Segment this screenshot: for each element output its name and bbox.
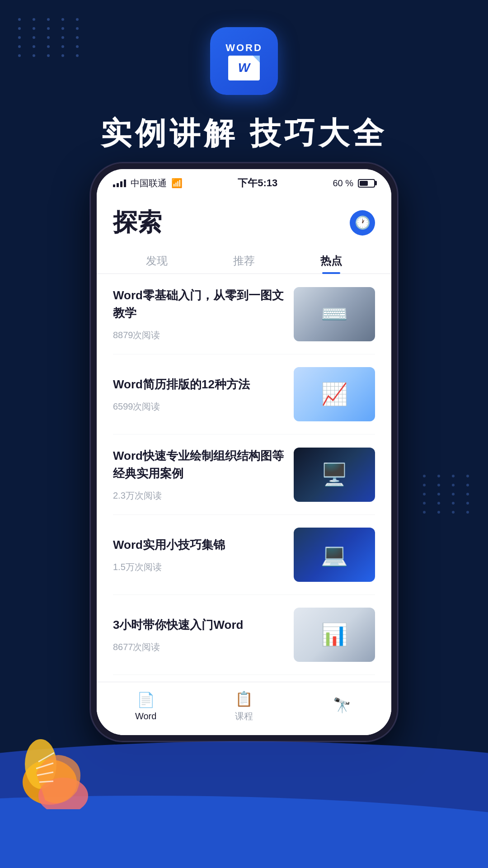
article-text-5: 3小时带你快速入门Word 8677次阅读 bbox=[113, 616, 285, 653]
phone-screen: 中国联通 📶 下午5:13 60 % 探索 🕐 bbox=[97, 169, 391, 735]
article-item-3[interactable]: Word快速专业绘制组织结构图等经典实用案例 2.3万次阅读 bbox=[113, 434, 375, 515]
phone-mockup: 中国联通 📶 下午5:13 60 % 探索 🕐 bbox=[90, 163, 398, 741]
tabs-row: 发现 推荐 热点 bbox=[97, 246, 391, 274]
nav-item-word[interactable]: 📄 Word bbox=[97, 691, 195, 722]
tab-discover[interactable]: 发现 bbox=[113, 246, 200, 274]
nav-item-course[interactable]: 📋 课程 bbox=[195, 690, 293, 722]
decorative-dots-top-left bbox=[18, 18, 84, 57]
article-title-5: 3小时带你快速入门Word bbox=[113, 616, 285, 634]
app-icon-letter: W bbox=[238, 61, 250, 75]
battery-icon bbox=[358, 179, 375, 188]
articles-list: Word零基础入门，从零到一图文教学 8879次阅读 Word简历排版的12种方… bbox=[97, 274, 391, 682]
nav-explore-icon: 🔭 bbox=[333, 697, 351, 714]
article-thumb-2 bbox=[294, 367, 375, 421]
bottom-nav: 📄 Word 📋 课程 🔭 bbox=[97, 682, 391, 735]
article-thumb-1 bbox=[294, 287, 375, 341]
page-title: 探索 bbox=[113, 206, 162, 239]
article-reads-1: 8879次阅读 bbox=[113, 329, 285, 341]
wifi-icon: 📶 bbox=[171, 178, 183, 189]
article-reads-2: 6599次阅读 bbox=[113, 401, 285, 413]
app-icon-doc: W bbox=[228, 56, 260, 80]
article-title-4: Word实用小技巧集锦 bbox=[113, 536, 285, 554]
page-header: 探索 🕐 bbox=[97, 193, 391, 246]
article-title-1: Word零基础入门，从零到一图文教学 bbox=[113, 287, 285, 322]
article-title-2: Word简历排版的12种方法 bbox=[113, 376, 285, 393]
article-text-4: Word实用小技巧集锦 1.5万次阅读 bbox=[113, 536, 285, 573]
article-item-1[interactable]: Word零基础入门，从零到一图文教学 8879次阅读 bbox=[113, 274, 375, 354]
app-icon: WORD W bbox=[210, 27, 278, 95]
article-title-3: Word快速专业绘制组织结构图等经典实用案例 bbox=[113, 447, 285, 482]
article-reads-5: 8677次阅读 bbox=[113, 641, 285, 653]
nav-item-explore[interactable]: 🔭 bbox=[293, 697, 391, 717]
status-right: 60 % bbox=[333, 178, 375, 189]
clock-icon: 🕐 bbox=[355, 215, 371, 230]
article-reads-3: 2.3万次阅读 bbox=[113, 490, 285, 502]
main-heading: 实例讲解 技巧大全 bbox=[0, 113, 488, 154]
content-area: 探索 🕐 发现 推荐 热点 bbox=[97, 193, 391, 735]
decorative-dots-right bbox=[423, 475, 474, 514]
article-reads-4: 1.5万次阅读 bbox=[113, 561, 285, 573]
status-time: 下午5:13 bbox=[238, 176, 277, 190]
status-bar: 中国联通 📶 下午5:13 60 % bbox=[97, 169, 391, 193]
nav-word-label: Word bbox=[135, 711, 156, 722]
article-item-2[interactable]: Word简历排版的12种方法 6599次阅读 bbox=[113, 354, 375, 434]
tab-recommend[interactable]: 推荐 bbox=[200, 246, 287, 274]
carrier-label: 中国联通 bbox=[131, 177, 167, 189]
nav-course-label: 课程 bbox=[235, 710, 253, 722]
phone-frame: 中国联通 📶 下午5:13 60 % 探索 🕐 bbox=[90, 163, 398, 741]
signal-bars-icon bbox=[113, 179, 126, 187]
article-text-1: Word零基础入门，从零到一图文教学 8879次阅读 bbox=[113, 287, 285, 341]
article-thumb-5 bbox=[294, 608, 375, 662]
article-item-5[interactable]: 3小时带你快速入门Word 8677次阅读 bbox=[113, 595, 375, 675]
nav-word-icon: 📄 bbox=[137, 691, 155, 708]
status-left: 中国联通 📶 bbox=[113, 177, 183, 189]
hand-decoration bbox=[14, 692, 104, 809]
article-text-2: Word简历排版的12种方法 6599次阅读 bbox=[113, 376, 285, 413]
clock-button[interactable]: 🕐 bbox=[350, 210, 375, 236]
nav-course-icon: 📋 bbox=[235, 690, 253, 708]
tab-hot[interactable]: 热点 bbox=[288, 246, 375, 274]
article-item-4[interactable]: Word实用小技巧集锦 1.5万次阅读 bbox=[113, 515, 375, 595]
article-thumb-3 bbox=[294, 448, 375, 502]
svg-line-6 bbox=[39, 781, 53, 782]
article-text-3: Word快速专业绘制组织结构图等经典实用案例 2.3万次阅读 bbox=[113, 447, 285, 502]
battery-percent: 60 % bbox=[333, 178, 353, 189]
app-icon-word-label: WORD bbox=[225, 42, 263, 54]
article-thumb-4 bbox=[294, 528, 375, 582]
